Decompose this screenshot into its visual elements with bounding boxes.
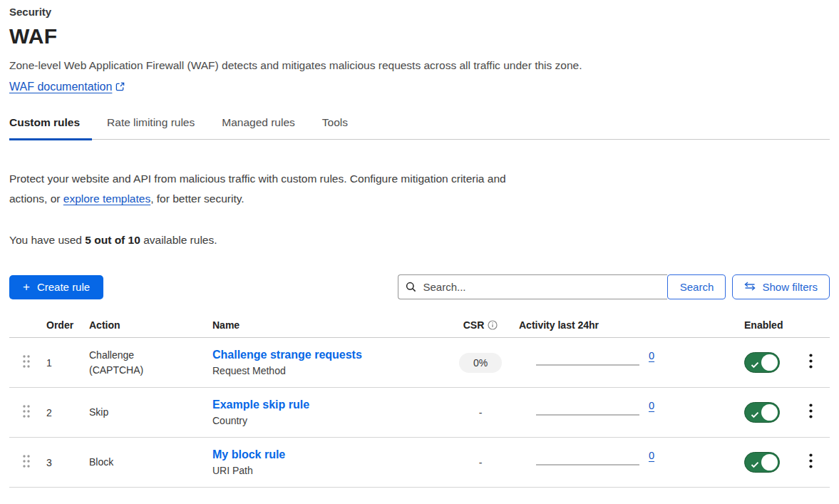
header-order: Order <box>46 319 89 331</box>
tab-rate-limiting-rules[interactable]: Rate limiting rules <box>107 116 207 140</box>
usage-count: 5 out of 10 <box>85 234 140 246</box>
check-icon <box>751 408 759 421</box>
rule-action: Skip <box>89 405 171 420</box>
header-activity: Activity last 24hr <box>513 319 734 331</box>
tab-custom-rules[interactable]: Custom rules <box>9 116 92 140</box>
rule-name-link[interactable]: Challenge strange requests <box>212 349 362 361</box>
rules-toolbar: + Create rule Search Show filters <box>9 274 830 299</box>
usage-prefix: You have used <box>9 234 85 246</box>
breadcrumb-security: Security <box>9 6 830 18</box>
toggle-knob <box>761 454 778 470</box>
kebab-menu-icon[interactable] <box>805 402 817 423</box>
enabled-toggle[interactable] <box>744 352 780 373</box>
rule-name-link[interactable]: Example skip rule <box>212 398 309 411</box>
drag-handle-icon[interactable] <box>9 403 46 422</box>
enabled-toggle[interactable] <box>744 402 780 423</box>
waf-documentation-link[interactable]: WAF documentation <box>9 81 125 93</box>
csr-value: - <box>448 457 513 468</box>
tab-tools[interactable]: Tools <box>322 116 360 140</box>
kebab-menu-icon[interactable] <box>805 452 817 473</box>
activity-sparkline <box>536 350 639 366</box>
table-header-row: Order Action Name CSR Activity last 24hr… <box>9 309 830 338</box>
header-enabled: Enabled <box>734 319 791 331</box>
rule-order: 2 <box>46 407 89 418</box>
activity-count-link[interactable]: 0 <box>649 450 654 461</box>
drag-handle-icon[interactable] <box>9 453 46 472</box>
tab-managed-rules[interactable]: Managed rules <box>222 116 307 140</box>
rule-field: Request Method <box>212 365 448 376</box>
rule-order: 3 <box>46 457 89 468</box>
table-row: 2 Skip Example skip ruleCountry - 0 <box>9 388 830 438</box>
plus-icon: + <box>23 280 30 294</box>
intro-paragraph: Protect your website and API from malici… <box>9 169 537 209</box>
check-icon <box>751 458 759 471</box>
rule-action: Block <box>89 455 171 470</box>
search-button[interactable]: Search <box>667 274 726 299</box>
usage-suffix: available rules. <box>140 234 217 246</box>
rule-action: Challenge (CAPTCHA) <box>89 348 171 378</box>
toggle-knob <box>761 404 778 421</box>
enabled-toggle[interactable] <box>744 452 780 473</box>
custom-rules-table: Order Action Name CSR Activity last 24hr… <box>9 309 830 488</box>
page-title: WAF <box>9 24 830 48</box>
header-name: Name <box>212 319 448 331</box>
info-icon[interactable] <box>488 320 498 330</box>
intro-text-after: , for better security. <box>150 192 245 205</box>
external-link-icon <box>115 81 125 94</box>
check-icon <box>751 359 759 371</box>
show-filters-button[interactable]: Show filters <box>732 274 830 299</box>
waf-tabbar: Custom rules Rate limiting rules Managed… <box>9 116 830 140</box>
explore-templates-link[interactable]: explore templates <box>63 192 150 205</box>
header-action: Action <box>89 319 212 331</box>
rule-field: URI Path <box>212 465 448 476</box>
search-icon <box>406 282 416 295</box>
create-rule-button[interactable]: + Create rule <box>9 275 103 299</box>
activity-sparkline <box>536 450 639 466</box>
toggle-knob <box>761 354 778 371</box>
activity-count-link[interactable]: 0 <box>649 350 654 361</box>
csr-badge: 0% <box>459 353 502 373</box>
rule-order: 1 <box>46 357 89 369</box>
rule-name-link[interactable]: My block rule <box>212 448 285 461</box>
usage-summary: You have used 5 out of 10 available rule… <box>9 234 830 247</box>
show-filters-label: Show filters <box>762 281 818 293</box>
table-row: 1 Challenge (CAPTCHA) Challenge strange … <box>9 338 830 388</box>
rule-field: Country <box>212 415 448 426</box>
filters-swap-icon <box>744 281 756 293</box>
drag-handle-icon[interactable] <box>9 354 46 372</box>
csr-value: - <box>448 407 513 418</box>
activity-sparkline <box>536 400 639 416</box>
header-csr: CSR <box>463 319 485 331</box>
kebab-menu-icon[interactable] <box>805 352 817 373</box>
waf-page: Security WAF Zone-level Web Application … <box>0 0 839 488</box>
search-input[interactable] <box>398 274 667 299</box>
create-rule-label: Create rule <box>37 281 90 293</box>
activity-count-link[interactable]: 0 <box>649 400 654 411</box>
waf-documentation-link-label: WAF documentation <box>9 81 112 93</box>
page-description: Zone-level Web Application Firewall (WAF… <box>9 59 830 72</box>
table-row: 3 Block My block ruleURI Path - 0 <box>9 438 830 488</box>
